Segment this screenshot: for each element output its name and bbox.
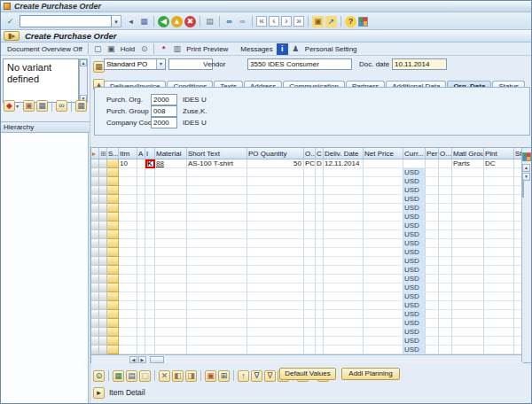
grid-cell[interactable] [426, 284, 439, 292]
grid-cell[interactable] [145, 195, 155, 204]
grid-cell[interactable] [247, 204, 304, 213]
grid-cell[interactable] [119, 177, 137, 186]
grid-cell[interactable] [304, 319, 316, 328]
grid-cell[interactable] [187, 319, 247, 328]
row-select-cell[interactable] [99, 186, 107, 195]
grid-cell[interactable] [137, 275, 145, 284]
grid-cell[interactable] [304, 328, 316, 337]
grid-cell[interactable] [324, 337, 364, 346]
row-select-cell[interactable] [99, 204, 107, 213]
grid-cell[interactable] [364, 230, 403, 239]
scroll-up-icon[interactable]: ▲ [80, 59, 87, 66]
grid-cell[interactable] [119, 275, 137, 284]
expand-item-detail-icon[interactable]: ▸ [93, 387, 105, 399]
grid-cell[interactable] [137, 301, 145, 310]
horizontal-scrollbar[interactable]: ◀ ▶ [91, 354, 523, 363]
grid-cell[interactable] [155, 310, 187, 319]
grid-cell[interactable]: USD [403, 337, 426, 346]
grid-cell[interactable]: USD [403, 239, 426, 248]
grid-cell[interactable] [304, 230, 316, 239]
grid-cell[interactable] [119, 266, 137, 275]
grid-cell[interactable] [316, 177, 324, 186]
grid-cell[interactable] [155, 319, 187, 328]
document-overview-button[interactable]: Document Overview Off [7, 45, 82, 53]
grid-cell[interactable] [426, 186, 439, 195]
messages-button[interactable]: Messages [240, 45, 272, 53]
grid-cell[interactable] [304, 337, 316, 346]
grid-cell[interactable] [119, 257, 137, 266]
column-header[interactable]: O... [439, 148, 452, 159]
purch-group-input[interactable] [151, 105, 177, 117]
grid-cell[interactable]: USD [403, 266, 426, 275]
grid-cell[interactable] [439, 337, 452, 346]
print-preview-button[interactable]: Print Preview [186, 45, 228, 53]
grid-cell[interactable] [316, 275, 324, 284]
variant-scrollbar[interactable]: ▲ ▼ [79, 58, 88, 103]
grid-cell[interactable] [119, 301, 137, 310]
column-header[interactable]: Deliv. Date [324, 148, 364, 159]
grid-cell[interactable] [145, 221, 155, 230]
grid-cell[interactable] [316, 221, 324, 230]
status-cell[interactable] [107, 257, 119, 266]
chevron-down-icon[interactable]: ▾ [156, 59, 165, 69]
grid-cell[interactable] [119, 186, 137, 195]
grid-cell[interactable] [426, 204, 439, 213]
grid-cell[interactable] [324, 177, 364, 186]
first-page-icon[interactable]: « [256, 16, 267, 27]
row-select-cell[interactable] [99, 346, 107, 354]
grid-cell[interactable] [484, 230, 514, 239]
grid-cell[interactable] [247, 275, 304, 284]
row-select-cell[interactable] [91, 221, 99, 230]
table-configuration-icon[interactable] [522, 152, 531, 161]
grid-cell[interactable] [452, 195, 484, 204]
grid-cell[interactable] [484, 275, 514, 284]
grid-cell[interactable] [426, 239, 439, 248]
grid-cell[interactable] [364, 177, 403, 186]
grid-cell[interactable] [324, 346, 364, 354]
grid-cell[interactable] [187, 230, 247, 239]
grid-cell[interactable] [316, 266, 324, 275]
delete-row-icon[interactable]: ✕ [159, 370, 170, 382]
grid-cell[interactable]: DC [484, 159, 514, 168]
row-select-cell[interactable] [99, 195, 107, 204]
addl-planning-button[interactable]: Addl Planning [341, 368, 400, 380]
row-select-cell[interactable] [99, 213, 107, 221]
grid-cell[interactable] [304, 275, 316, 284]
grid-cell[interactable] [119, 346, 137, 354]
command-input[interactable] [20, 15, 112, 27]
status-cell[interactable] [107, 292, 119, 301]
grid-cell[interactable] [484, 177, 514, 186]
grid-cell[interactable] [247, 248, 304, 257]
row-select-cell[interactable] [91, 257, 99, 266]
grid-cell[interactable] [324, 204, 364, 213]
grid-cell[interactable]: Parts [452, 159, 484, 168]
column-header[interactable]: S... [107, 148, 119, 159]
scroll-up-icon[interactable]: ▲ [522, 164, 530, 172]
row-select-cell[interactable] [91, 346, 99, 354]
grid-cell[interactable] [364, 328, 403, 337]
grid-cell[interactable] [484, 319, 514, 328]
row-select-cell[interactable] [91, 292, 99, 301]
grid-cell[interactable] [119, 292, 137, 301]
grid-cell[interactable] [452, 221, 484, 230]
grid-cell[interactable] [155, 239, 187, 248]
grid-cell[interactable] [439, 168, 452, 177]
grid-cell[interactable] [304, 195, 316, 204]
grid-cell[interactable]: 88 [155, 159, 187, 168]
create-shortcut-icon[interactable]: ↗ [325, 16, 337, 27]
find-item-icon[interactable]: ⊙ [93, 370, 105, 382]
grid-cell[interactable] [316, 310, 324, 319]
column-header[interactable]: PO Quantity [247, 148, 304, 159]
grid-cell[interactable] [324, 248, 364, 257]
grid-cell[interactable] [439, 301, 452, 310]
hierarchy-tree[interactable] [1, 133, 89, 404]
grid-cell[interactable] [304, 310, 316, 319]
grid-cell[interactable] [145, 284, 155, 292]
grid-cell[interactable] [145, 292, 155, 301]
dropdown-arrow-icon[interactable]: ▾ [16, 103, 22, 109]
collapse-command-icon[interactable]: ◂ [125, 16, 137, 27]
row-select-cell[interactable] [99, 266, 107, 275]
grid-cell[interactable] [145, 310, 155, 319]
column-header[interactable]: Matl Group [452, 148, 484, 159]
row-select-cell[interactable] [99, 284, 107, 292]
